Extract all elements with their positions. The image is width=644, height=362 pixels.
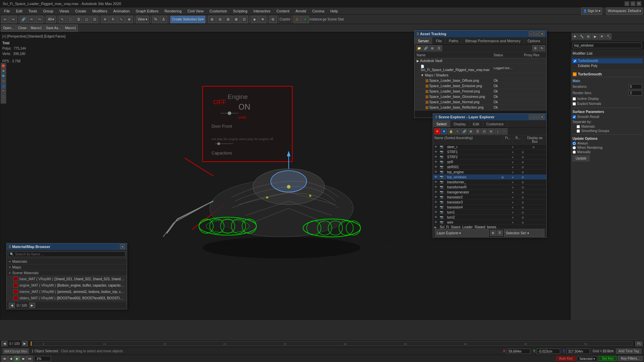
iterations-input[interactable] (629, 84, 642, 89)
se-btn2[interactable]: + (454, 128, 461, 134)
always-row[interactable]: Always (573, 141, 642, 145)
at-tab-options[interactable]: Options (524, 37, 544, 44)
menu-help[interactable]: Help (328, 8, 341, 14)
close-file-button[interactable]: Close (16, 24, 29, 32)
select-region-button[interactable]: ⬚ (67, 16, 74, 23)
when-rendering-row[interactable]: When Rendering (573, 145, 642, 150)
selection-filter-dropdown[interactable]: All ▾ (46, 16, 56, 23)
menu-group[interactable]: Group (40, 8, 56, 14)
mirror-button[interactable]: ⊟ (216, 16, 224, 23)
se-btn5[interactable]: ☰ (475, 128, 481, 134)
go-end-button[interactable]: ⏭ (27, 356, 33, 362)
at-row-glossiness[interactable]: 🖼 Space_Loader_base_Glossiness.png Ok (415, 94, 546, 100)
at-row-diffuse[interactable]: 🖼 Space_Loader_base_Diffuse.png Ok (415, 78, 546, 83)
set-key-button[interactable]: Set Key (599, 356, 616, 361)
maxscript-mini[interactable]: MAXScript Mini (3, 349, 29, 354)
bind-to-space-warp-button[interactable]: 〜 (36, 16, 43, 23)
at-btn-1[interactable]: 📁 (416, 45, 422, 51)
select-by-name-button[interactable]: ☰ (75, 16, 82, 23)
se-btn6[interactable]: ⊡ (481, 128, 487, 134)
percent-button[interactable]: % (152, 16, 159, 23)
add-time-tag-button[interactable]: Add Time Tag (616, 349, 641, 354)
spacing-button[interactable]: ⊠ (232, 16, 240, 23)
layer-button[interactable]: ⧉ (269, 16, 277, 23)
sign-in-button[interactable]: 👤 Sign In ▾ (581, 7, 602, 15)
menu-file[interactable]: File (1, 8, 13, 14)
material-browser-titlebar[interactable]: 3 Material/Map Browser ✕ (7, 243, 127, 250)
macro1-button[interactable]: Macro1 (29, 24, 43, 32)
se-btn8[interactable]: ↕ (495, 128, 501, 134)
redo-button[interactable]: ↪ (9, 16, 17, 23)
se-item-strr001[interactable]: 👁 📷 strR001 ☀ ⚙ (433, 165, 546, 170)
at-minimize[interactable]: ─ (529, 32, 534, 36)
at-tab-bitmap[interactable]: Bitmap Performance and Memory (462, 37, 524, 44)
display-btn[interactable]: 👁 (599, 34, 605, 40)
smoothing-groups-row[interactable]: Smoothing Groups (573, 129, 642, 133)
materials-row[interactable]: Materials (573, 124, 642, 129)
menu-graph-editors[interactable]: Graph Editors (133, 8, 161, 14)
at-refresh[interactable]: ↻ (539, 45, 545, 51)
se-tab-customize[interactable]: Customize (483, 120, 507, 127)
key-filters-button[interactable]: Key Filters... (618, 356, 643, 361)
maximize-button[interactable]: □ (631, 1, 635, 6)
window-crossing-button[interactable]: ⊡ (91, 16, 98, 23)
go-start-button[interactable]: ⏮ (1, 356, 7, 362)
menu-corona[interactable]: Corona (310, 8, 327, 14)
menu-arnold[interactable]: Arnold (293, 8, 309, 14)
menu-content[interactable]: Content (274, 8, 292, 14)
y-value-box[interactable]: -0.023cm (537, 349, 560, 354)
at-row-reflection[interactable]: 🖼 Space_Loader_base_Reflection.png Ok (415, 105, 546, 110)
mat-item-3[interactable]: sliders_MAT ( VRayMtl ) [BOOSTtext002, B… (7, 295, 127, 301)
se-item-transformerR[interactable]: 👁 📷 transformerR ☀ ⚙ (433, 185, 546, 190)
se-close[interactable]: ✕ (540, 115, 544, 119)
smoothing-groups-checkbox[interactable] (577, 129, 580, 133)
x-value-box[interactable]: 59,684m (507, 349, 530, 354)
open-button[interactable]: Open... (1, 24, 16, 32)
se-item-bones-group[interactable]: ▶ Sci_Fi_Space_Loader_Rigged_bones (433, 225, 546, 228)
timeline-track[interactable]: 5 10 15 20 25 30 35 40 45 50 (31, 341, 633, 346)
mat-item-0[interactable]: base_MAT ( VRayMtl ) [1hand_021, 1hand_0… (7, 276, 127, 282)
timeline-next[interactable]: ▶ (22, 341, 28, 346)
isoline-checkbox[interactable] (573, 97, 576, 101)
at-row-file[interactable]: 📄 Sci_Fi_Space_Loader_Rigged_max_vray.ma… (415, 64, 546, 73)
isoline-row[interactable]: Isoline Display (573, 96, 642, 101)
se-item-top-engine[interactable]: 👁 📷 top_engine ☀ ⚙ (433, 170, 546, 175)
nav-btn-4[interactable]: ⬡ (1, 78, 6, 83)
se-item-transistor2[interactable]: 👁 📷 transistor2 ☀ ⚙ (433, 195, 546, 200)
scene-materials-section[interactable]: + Scene Materials (7, 270, 127, 276)
menu-animation[interactable]: Animation (111, 8, 132, 14)
place-button[interactable]: ⊕ (125, 16, 133, 23)
minimize-button[interactable]: ─ (625, 1, 629, 6)
close-button[interactable]: ✕ (637, 1, 641, 6)
menu-interactive[interactable]: Interactive (251, 8, 273, 14)
hide-button[interactable]: ◈ (251, 16, 258, 23)
se-filter-btn[interactable]: ▼ (441, 128, 447, 134)
at-row-maps[interactable]: ▼ Maps / Shaders (415, 73, 546, 78)
menu-edit[interactable]: Edit (13, 8, 25, 14)
mat-item-1[interactable]: engine_MAT ( VRayMtl ) [Bottom_engine, b… (7, 282, 127, 289)
nav-btn-6[interactable]: ↖ (1, 88, 6, 93)
rect-select-button[interactable]: ◻ (83, 16, 90, 23)
save-as-button[interactable]: Save As... (44, 24, 63, 32)
se-selection-set-dropdown[interactable]: Selection Set: ▾ (504, 229, 544, 237)
se-btn9[interactable]: ⋯ (501, 128, 507, 134)
warning-button[interactable]: ⚠ (293, 16, 301, 23)
clone-button[interactable]: ⊡ (240, 16, 248, 23)
se-layer-dropdown[interactable]: Layer Explorer ▾ (435, 229, 489, 237)
undo-button[interactable]: ↩ (1, 16, 9, 23)
nav-btn-2[interactable]: ⊞ (1, 68, 6, 73)
array-button[interactable]: ⊞ (224, 16, 232, 23)
render-iters-input[interactable] (629, 90, 642, 96)
frame-display[interactable]: 1% (34, 356, 51, 361)
se-item-turn2[interactable]: 👁 📷 turn2 ☀ ⚙ (433, 215, 546, 220)
workspaces-dropdown[interactable]: Workspaces: Default ▾ (606, 7, 643, 15)
always-radio[interactable] (573, 142, 576, 145)
create-panel-btn[interactable]: ✚ (572, 34, 578, 40)
mat-item-2[interactable]: interior_MAT ( VRayMtl ) [armrest1, armr… (7, 289, 127, 295)
se-item-strf2[interactable]: 👁 📷 STRF2 ☀ ⚙ (433, 155, 546, 160)
create-selection-button[interactable]: Create Selection Se ▾ (170, 16, 205, 23)
smooth-result-checkbox[interactable] (573, 115, 576, 119)
at-maximize[interactable]: □ (534, 32, 539, 36)
menu-views[interactable]: Views (57, 8, 72, 14)
nav-btn-5[interactable]: ◻ (1, 83, 6, 88)
